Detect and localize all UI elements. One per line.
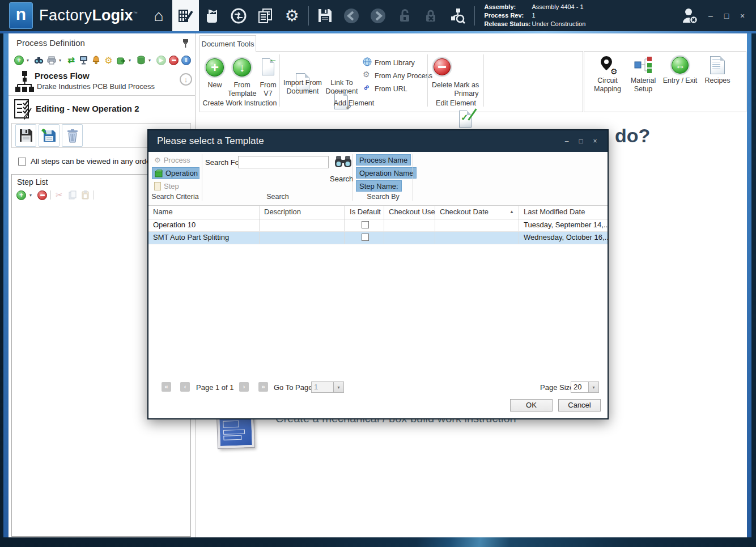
forward-icon[interactable] [365, 0, 392, 31]
criteria-operation-option[interactable]: Operation [152, 167, 199, 179]
column-header-last-modified[interactable]: Last Modified Date [519, 206, 608, 219]
maximize-button[interactable]: □ [719, 11, 734, 20]
from-template-label[interactable]: From Template [226, 81, 258, 98]
pin-icon[interactable] [182, 39, 189, 50]
entry-exit-label[interactable]: Entry / Exit [660, 77, 700, 85]
entry-exit-button[interactable]: ↔ [670, 56, 690, 75]
start-icon[interactable]: ▶ [156, 56, 166, 65]
delete-element-button[interactable] [432, 57, 452, 77]
floppy-import-button[interactable] [39, 124, 60, 147]
criteria-process-option[interactable]: ⚙ Process [152, 154, 199, 166]
copy-icon[interactable] [67, 190, 77, 200]
dialog-header[interactable]: Please select a Template – □ × [148, 130, 608, 152]
print-icon[interactable] [46, 56, 56, 65]
is-default-checkbox[interactable] [362, 234, 369, 241]
cut-icon[interactable]: ✂ [54, 190, 64, 200]
from-url-icon[interactable]: ∞ [362, 83, 371, 92]
column-header-checkout-date[interactable]: Checkout Date▲ [435, 206, 519, 219]
parts-bin-icon[interactable] [199, 0, 226, 31]
reorder-icon[interactable]: ⇄ [66, 56, 76, 65]
trash-button[interactable] [62, 124, 83, 147]
paste-icon[interactable] [80, 190, 90, 200]
home-icon[interactable]: ⌂ [146, 0, 172, 31]
mark-as-primary-label[interactable]: Mark as Primary [449, 81, 483, 98]
search-for-input[interactable] [238, 156, 329, 168]
minimize-button[interactable]: – [703, 11, 719, 20]
close-button[interactable]: × [734, 11, 750, 20]
last-page-button[interactable]: » [258, 382, 268, 392]
ok-button[interactable]: OK [510, 399, 553, 412]
combo-arrow-icon[interactable]: ▾ [333, 382, 343, 392]
from-template-button[interactable]: ↓ [232, 57, 252, 78]
search-button-label[interactable]: Search [330, 175, 353, 183]
from-v7-button[interactable]: ← [262, 58, 274, 75]
database-icon[interactable] [136, 56, 146, 65]
dialog-close-button[interactable]: × [591, 137, 600, 145]
page-size-combo[interactable]: 20▾ [571, 381, 599, 393]
save-icon[interactable] [312, 0, 338, 31]
from-v7-label[interactable]: From V7 [257, 81, 279, 98]
order-checkbox[interactable] [18, 158, 26, 166]
column-header-checkout-user[interactable]: Checkout User [384, 206, 435, 219]
sync-circle-icon[interactable] [226, 0, 252, 31]
lock-denied-icon[interactable] [418, 0, 445, 31]
prev-page-button[interactable]: ‹ [180, 382, 190, 392]
remove-step-icon[interactable] [37, 190, 47, 200]
from-library-button[interactable] [363, 57, 372, 69]
document-editor-icon[interactable] [172, 0, 199, 31]
presentation-icon[interactable] [79, 56, 88, 65]
back-icon[interactable] [338, 0, 365, 31]
criteria-step-option[interactable]: Step [152, 180, 199, 192]
print-dropdown-caret-icon[interactable]: ▾ [59, 58, 63, 63]
new-label[interactable]: New [202, 81, 228, 90]
export-icon[interactable] [116, 56, 126, 65]
pause-icon[interactable]: ‖ [181, 56, 191, 65]
dialog-maximize-button[interactable]: □ [576, 137, 585, 145]
column-header-is-default[interactable]: Is Default [345, 206, 384, 219]
search-by-operation-name[interactable]: Operation Name [356, 167, 417, 179]
combo-arrow-icon[interactable]: ▾ [588, 382, 598, 392]
table-row-selected[interactable]: SMT Auto Part Splitting Wednesday, Octob… [148, 232, 608, 244]
mark-as-primary-button[interactable]: ✓ [459, 111, 472, 128]
tab-document-tools[interactable]: Document Tools [199, 35, 256, 52]
material-setup-button[interactable] [634, 56, 652, 77]
new-instruction-button[interactable]: + [205, 57, 225, 78]
stop-icon[interactable] [169, 56, 179, 65]
user-logout-icon[interactable] [676, 0, 703, 31]
circuit-mapping-button[interactable]: ⚙ [598, 55, 618, 79]
recipes-button[interactable] [710, 56, 725, 74]
import-from-document-label[interactable]: Import From Document [283, 79, 322, 96]
table-row[interactable]: Operation 10 Tuesday, September 14,... [148, 219, 608, 232]
add-dropdown-caret-icon[interactable]: ▾ [27, 58, 31, 63]
circuit-mapping-label[interactable]: Circuit Mapping [590, 77, 625, 94]
column-header-description[interactable]: Description [260, 206, 345, 219]
dialog-minimize-button[interactable]: – [562, 137, 571, 145]
from-url-label[interactable]: From URL [375, 85, 407, 94]
from-any-process-label[interactable]: From Any Process [375, 72, 432, 80]
floppy-save-button[interactable] [15, 124, 36, 147]
unlock-icon[interactable] [392, 0, 418, 31]
documents-icon[interactable] [252, 0, 279, 31]
from-library-label[interactable]: From Library [375, 59, 415, 67]
database-dropdown-caret-icon[interactable]: ▾ [148, 58, 153, 63]
material-setup-label[interactable]: Material Setup [626, 77, 660, 94]
gear-icon[interactable]: ⚙ [104, 56, 113, 65]
settings-gear-icon[interactable]: ⚙ [279, 0, 305, 31]
search-button[interactable] [334, 154, 352, 172]
next-page-button[interactable]: › [239, 382, 249, 392]
go-to-page-combo[interactable]: 1▾ [311, 381, 344, 393]
alert-bell-icon[interactable] [91, 56, 101, 65]
export-dropdown-caret-icon[interactable]: ▾ [129, 58, 133, 63]
search-by-step-name[interactable]: Step Name: [356, 180, 402, 192]
search-by-process-name[interactable]: Process Name [356, 154, 411, 166]
is-default-checkbox[interactable] [362, 221, 369, 228]
add-step-caret-icon[interactable]: ▾ [29, 193, 34, 198]
column-header-name[interactable]: Name [148, 206, 260, 219]
recipes-label[interactable]: Recipes [701, 77, 734, 85]
add-step-icon[interactable]: + [16, 190, 26, 200]
process-search-icon[interactable] [445, 0, 472, 31]
from-any-process-icon[interactable]: ⚙ [363, 70, 370, 78]
link-to-document-label[interactable]: Link To Document [324, 79, 359, 96]
add-icon[interactable]: + [14, 56, 24, 65]
first-page-button[interactable]: « [162, 382, 171, 392]
